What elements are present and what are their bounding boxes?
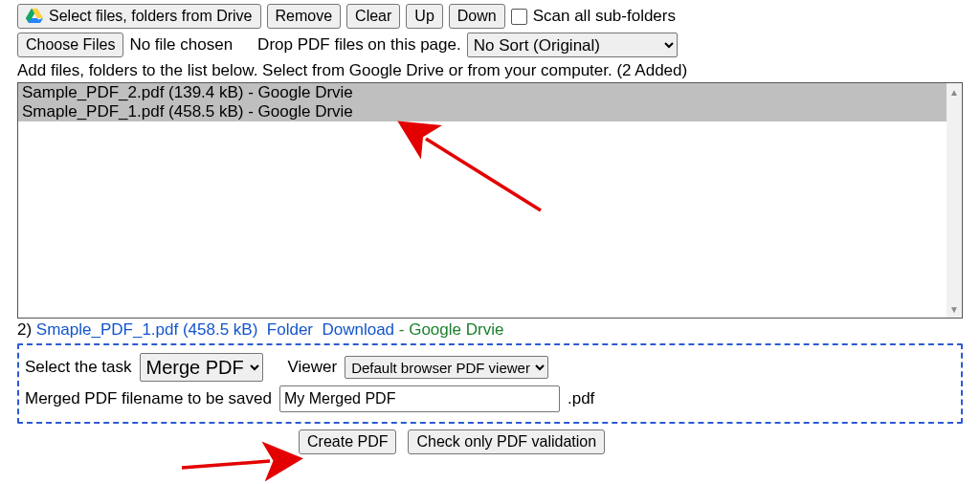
task-select[interactable]: Merge PDF xyxy=(140,353,263,382)
up-button[interactable]: Up xyxy=(406,4,442,29)
filename-input[interactable] xyxy=(279,385,560,412)
check-validation-button[interactable]: Check only PDF validation xyxy=(408,429,605,454)
select-from-drive-button[interactable]: Select files, folders from Drive xyxy=(17,4,261,29)
scan-subfolders-label: Scan all sub-folders xyxy=(533,7,676,26)
list-item[interactable]: Sample_PDF_2.pdf (139.4 kB) - Google Drv… xyxy=(18,83,947,102)
viewer-select[interactable]: Default browser PDF viewer xyxy=(345,356,548,379)
select-from-drive-label: Select files, folders from Drive xyxy=(49,7,253,26)
list-item[interactable]: Smaple_PDF_1.pdf (458.5 kB) - Google Drv… xyxy=(18,102,947,121)
selected-file-status: 2) Smaple_PDF_1.pdf (458.5 kB) Folder Do… xyxy=(17,320,963,340)
scan-subfolders-checkbox[interactable] xyxy=(511,9,527,25)
google-drive-icon xyxy=(26,9,43,24)
task-options-panel: Select the task Merge PDF Viewer Default… xyxy=(17,343,963,424)
remove-button[interactable]: Remove xyxy=(267,4,342,29)
task-label: Select the task xyxy=(25,358,132,377)
instructions-text: Add files, folders to the list below. Se… xyxy=(17,61,963,80)
scroll-down-icon[interactable]: ▼ xyxy=(947,300,962,318)
scroll-up-icon[interactable]: ▲ xyxy=(947,83,962,100)
sort-select[interactable]: No Sort (Original) xyxy=(467,33,678,57)
file-list: Sample_PDF_2.pdf (139.4 kB) - Google Drv… xyxy=(17,82,963,319)
download-link[interactable]: Download xyxy=(322,320,394,339)
clear-button[interactable]: Clear xyxy=(346,4,400,29)
svg-line-6 xyxy=(182,461,270,468)
filename-ext: .pdf xyxy=(568,389,594,408)
selected-file-link[interactable]: Smaple_PDF_1.pdf (458.5 kB) xyxy=(36,320,258,339)
drop-hint-label: Drop PDF files on this page. xyxy=(257,35,461,55)
scrollbar[interactable]: ▲ ▼ xyxy=(947,83,962,318)
filename-label: Merged PDF filename to be saved xyxy=(25,389,272,408)
viewer-label: Viewer xyxy=(288,358,338,377)
no-file-chosen-label: No file chosen xyxy=(129,35,233,55)
folder-link[interactable]: Folder xyxy=(267,320,313,339)
choose-files-button[interactable]: Choose Files xyxy=(17,33,123,57)
create-pdf-button[interactable]: Create PDF xyxy=(299,429,396,454)
status-source: - Google Drvie xyxy=(394,320,503,339)
down-button[interactable]: Down xyxy=(449,4,505,29)
